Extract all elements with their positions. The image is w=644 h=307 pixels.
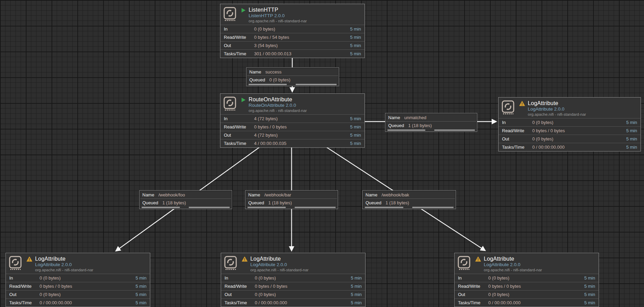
connection-name-value: /webhook/bak [382, 192, 409, 197]
stat-value: 0 (0 bytes) [255, 275, 351, 281]
processor-stamp-icon [224, 255, 238, 271]
stat-time-window: 5 min [351, 300, 362, 305]
stat-time-window: 5 min [350, 26, 361, 32]
processor-stat-row: Read/Write 0 bytes / 0 bytes 5 min [6, 282, 150, 290]
connection-queued-value: 1 (18 bytes) [162, 200, 186, 205]
connection-label-webhook-foo[interactable]: Name /webhook/foo Queued 1 (18 bytes) [139, 190, 232, 209]
processor-stamp-icon [457, 255, 471, 271]
stat-value: 0 (0 bytes) [532, 120, 626, 125]
stat-value: 0 (0 bytes) [255, 292, 351, 297]
processor-header: LogAttribute LogAttribute 2.0.0 org.apac… [6, 253, 150, 274]
connection-queued-row: Queued 1 (18 bytes) [246, 199, 337, 206]
processor-stat-row: Out 0 (0 bytes) 5 min [6, 290, 150, 298]
backpressure-object-bar [248, 207, 286, 208]
connection-queued-row: Queued 0 (0 bytes) [247, 76, 338, 83]
processor-stat-row: Out 0 (0 bytes) 5 min [221, 290, 365, 298]
stat-label: In [225, 275, 255, 281]
stat-value: 301 / 00:00:00.013 [254, 51, 350, 56]
stat-time-window: 5 min [626, 128, 637, 133]
processor-bundle: org.apache.nifi - nifi-standard-nar [249, 108, 361, 113]
processor-stat-row: Tasks/Time 0 / 00:00:00.000 5 min [499, 143, 641, 151]
processor-title: LogAttribute [35, 255, 146, 262]
processor-stat-row: Tasks/Time 4 / 00:00:00.035 5 min [220, 139, 364, 147]
processor-type-version: LogAttribute 2.0.0 [528, 106, 637, 112]
backpressure-object-bar [365, 207, 403, 208]
stat-time-window: 5 min [350, 35, 361, 40]
connection-queued-value: 0 (0 bytes) [269, 77, 290, 82]
connection-label-unmatched[interactable]: Name unmatched Queued 1 (18 bytes) [385, 113, 477, 132]
stat-label: In [224, 26, 254, 32]
stat-label: Out [9, 292, 40, 297]
processor-stat-row: In 4 (72 bytes) 5 min [220, 114, 364, 123]
processor-stat-row: Read/Write 0 bytes / 0 bytes 5 min [455, 282, 599, 290]
stat-time-window: 5 min [584, 300, 595, 305]
stat-label: In [502, 120, 532, 125]
processor-title: LogAttribute [528, 100, 637, 106]
connection-label-webhook-bar[interactable]: Name /webhook/bar Queued 1 (18 bytes) [245, 190, 338, 209]
connection-name-key: Name [388, 115, 400, 120]
processor-title: ListenHTTP [249, 7, 361, 13]
processor-route-on-attribute[interactable]: RouteOnAttribute RouteOnAttribute 2.0.0 … [220, 93, 365, 148]
warning-icon [26, 257, 32, 262]
processor-stat-row: In 0 (0 bytes) 5 min [221, 274, 365, 282]
processor-stamp-icon [9, 255, 22, 271]
processor-stat-row: Read/Write 0 bytes / 0 bytes 5 min [499, 126, 641, 135]
connection-queued-key: Queued [249, 77, 265, 82]
connection-queued-value: 1 (18 bytes) [268, 200, 292, 205]
processor-title: LogAttribute [484, 255, 595, 262]
run-status-running-icon [241, 97, 246, 103]
backpressure-bars [247, 83, 338, 86]
backpressure-size-bar [412, 207, 454, 208]
stat-label: Read/Write [225, 284, 255, 289]
stat-label: In [9, 275, 40, 281]
processor-stat-row: In 0 (0 bytes) 5 min [499, 118, 641, 126]
backpressure-size-bar [189, 207, 230, 208]
connection-label-success[interactable]: Name success Queued 0 (0 bytes) [246, 67, 339, 86]
stat-value: 4 (72 bytes) [254, 133, 350, 138]
processor-log-attribute-bak[interactable]: LogAttribute LogAttribute 2.0.0 org.apac… [454, 253, 599, 307]
stat-value: 0 / 00:00:00.000 [40, 300, 135, 305]
stat-time-window: 5 min [351, 275, 362, 281]
connection-label-webhook-bak[interactable]: Name /webhook/bak Queued 1 (18 bytes) [362, 190, 456, 209]
backpressure-size-bar [296, 84, 337, 85]
stat-label: Out [502, 136, 532, 141]
processor-type-version: LogAttribute 2.0.0 [35, 262, 146, 268]
stat-value: 0 bytes / 0 bytes [255, 284, 351, 289]
connection-queued-key: Queued [365, 200, 381, 205]
stat-value: 0 (0 bytes) [488, 292, 584, 297]
stat-label: Read/Write [9, 284, 40, 289]
stat-label: Read/Write [224, 35, 254, 40]
backpressure-object-bar [249, 84, 287, 85]
stat-value: 0 bytes / 0 bytes [488, 284, 584, 289]
processor-stat-row: Out 0 (0 bytes) 5 min [455, 290, 599, 298]
stat-value: 0 (0 bytes) [488, 275, 584, 281]
processor-bundle: org.apache.nifi - nifi-standard-nar [35, 268, 146, 273]
connection-name-key: Name [248, 192, 260, 197]
stat-label: Out [224, 43, 254, 48]
processor-header: ListenHTTP ListenHTTP 2.0.0 org.apache.n… [220, 4, 364, 25]
flow-canvas[interactable]: ListenHTTP ListenHTTP 2.0.0 org.apache.n… [0, 0, 644, 307]
processor-log-attribute-unmatched[interactable]: LogAttribute LogAttribute 2.0.0 org.apac… [498, 97, 641, 151]
backpressure-bars [246, 206, 337, 209]
stat-value: 0 (0 bytes) [254, 26, 350, 32]
stat-time-window: 5 min [626, 145, 637, 150]
processor-stamp-icon [223, 7, 237, 22]
stat-value: 0 bytes / 54 bytes [254, 35, 350, 40]
stat-value: 0 bytes / 0 bytes [40, 284, 135, 289]
processor-log-attribute-bar[interactable]: LogAttribute LogAttribute 2.0.0 org.apac… [221, 253, 365, 307]
stat-time-window: 5 min [350, 141, 361, 146]
backpressure-bars [386, 129, 476, 132]
stat-label: In [458, 275, 488, 281]
processor-header: LogAttribute LogAttribute 2.0.0 org.apac… [455, 253, 599, 274]
processor-log-attribute-foo[interactable]: LogAttribute LogAttribute 2.0.0 org.apac… [6, 253, 150, 307]
processor-type-version: ListenHTTP 2.0.0 [249, 13, 361, 19]
processor-listen-http[interactable]: ListenHTTP ListenHTTP 2.0.0 org.apache.n… [220, 4, 365, 58]
processor-header: LogAttribute LogAttribute 2.0.0 org.apac… [221, 253, 365, 274]
connection-queued-row: Queued 1 (18 bytes) [386, 122, 476, 129]
stat-time-window: 5 min [350, 51, 361, 56]
connection-name-row: Name /webhook/bar [246, 191, 337, 199]
connection-name-value: /webhook/foo [159, 192, 185, 197]
stat-value: 0 (0 bytes) [532, 136, 626, 141]
stat-label: Read/Write [502, 128, 532, 133]
stat-label: Tasks/Time [225, 300, 255, 305]
